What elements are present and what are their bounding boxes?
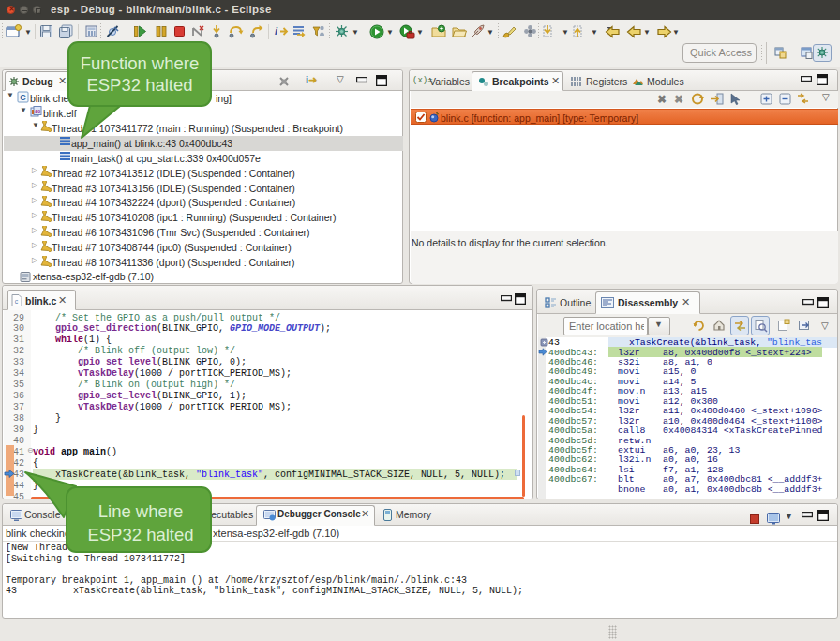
svg-text:C: C — [20, 93, 26, 102]
svg-text:c: c — [15, 298, 19, 305]
svg-text:10: 10 — [35, 109, 41, 115]
